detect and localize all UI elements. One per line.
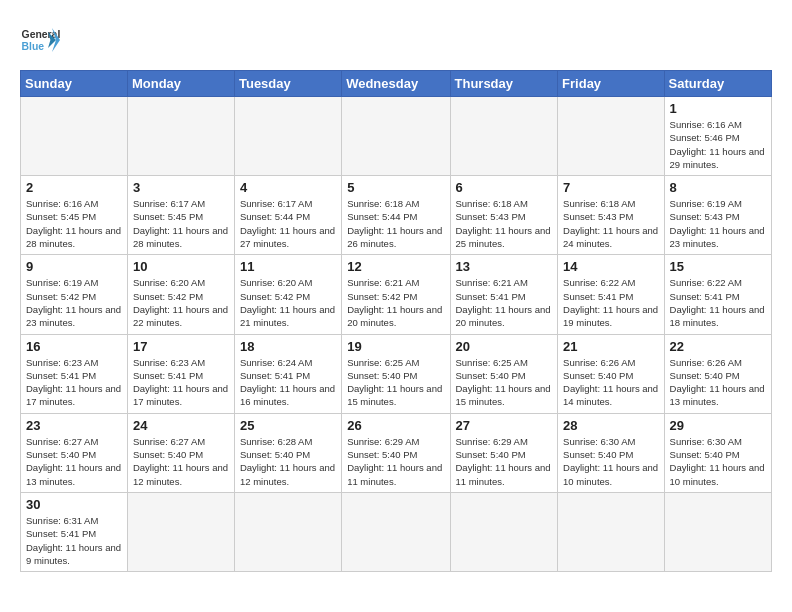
page-header: General Blue	[20, 20, 772, 60]
cell-info: Sunrise: 6:31 AMSunset: 5:41 PMDaylight:…	[26, 514, 122, 567]
calendar-cell-28: 28Sunrise: 6:30 AMSunset: 5:40 PMDayligh…	[558, 413, 664, 492]
calendar-cell-30: 30Sunrise: 6:31 AMSunset: 5:41 PMDayligh…	[21, 492, 128, 571]
day-header-sunday: Sunday	[21, 71, 128, 97]
day-number: 29	[670, 418, 766, 433]
day-number: 9	[26, 259, 122, 274]
day-number: 14	[563, 259, 658, 274]
calendar-cell-empty	[127, 492, 234, 571]
cell-info: Sunrise: 6:24 AMSunset: 5:41 PMDaylight:…	[240, 356, 336, 409]
cell-info: Sunrise: 6:17 AMSunset: 5:44 PMDaylight:…	[240, 197, 336, 250]
calendar-cell-29: 29Sunrise: 6:30 AMSunset: 5:40 PMDayligh…	[664, 413, 771, 492]
calendar-cell-empty	[450, 492, 558, 571]
cell-info: Sunrise: 6:22 AMSunset: 5:41 PMDaylight:…	[670, 276, 766, 329]
day-number: 12	[347, 259, 444, 274]
calendar-week-2: 2Sunrise: 6:16 AMSunset: 5:45 PMDaylight…	[21, 176, 772, 255]
calendar-cell-8: 8Sunrise: 6:19 AMSunset: 5:43 PMDaylight…	[664, 176, 771, 255]
svg-text:Blue: Blue	[22, 41, 45, 52]
calendar-cell-24: 24Sunrise: 6:27 AMSunset: 5:40 PMDayligh…	[127, 413, 234, 492]
day-number: 2	[26, 180, 122, 195]
cell-info: Sunrise: 6:25 AMSunset: 5:40 PMDaylight:…	[347, 356, 444, 409]
calendar-cell-1: 1Sunrise: 6:16 AMSunset: 5:46 PMDaylight…	[664, 97, 771, 176]
calendar-cell-22: 22Sunrise: 6:26 AMSunset: 5:40 PMDayligh…	[664, 334, 771, 413]
cell-info: Sunrise: 6:29 AMSunset: 5:40 PMDaylight:…	[347, 435, 444, 488]
day-number: 19	[347, 339, 444, 354]
day-header-friday: Friday	[558, 71, 664, 97]
calendar-cell-25: 25Sunrise: 6:28 AMSunset: 5:40 PMDayligh…	[234, 413, 341, 492]
day-header-tuesday: Tuesday	[234, 71, 341, 97]
logo-icon: General Blue	[20, 20, 60, 60]
calendar-cell-empty	[342, 97, 450, 176]
cell-info: Sunrise: 6:26 AMSunset: 5:40 PMDaylight:…	[670, 356, 766, 409]
calendar-cell-4: 4Sunrise: 6:17 AMSunset: 5:44 PMDaylight…	[234, 176, 341, 255]
calendar-cell-6: 6Sunrise: 6:18 AMSunset: 5:43 PMDaylight…	[450, 176, 558, 255]
day-header-thursday: Thursday	[450, 71, 558, 97]
calendar-cell-7: 7Sunrise: 6:18 AMSunset: 5:43 PMDaylight…	[558, 176, 664, 255]
cell-info: Sunrise: 6:27 AMSunset: 5:40 PMDaylight:…	[133, 435, 229, 488]
day-number: 17	[133, 339, 229, 354]
day-number: 6	[456, 180, 553, 195]
cell-info: Sunrise: 6:22 AMSunset: 5:41 PMDaylight:…	[563, 276, 658, 329]
day-number: 18	[240, 339, 336, 354]
day-number: 24	[133, 418, 229, 433]
calendar-cell-27: 27Sunrise: 6:29 AMSunset: 5:40 PMDayligh…	[450, 413, 558, 492]
day-number: 8	[670, 180, 766, 195]
cell-info: Sunrise: 6:18 AMSunset: 5:43 PMDaylight:…	[563, 197, 658, 250]
calendar-table: SundayMondayTuesdayWednesdayThursdayFrid…	[20, 70, 772, 572]
day-number: 11	[240, 259, 336, 274]
day-header-wednesday: Wednesday	[342, 71, 450, 97]
cell-info: Sunrise: 6:18 AMSunset: 5:44 PMDaylight:…	[347, 197, 444, 250]
calendar-cell-empty	[558, 492, 664, 571]
day-number: 25	[240, 418, 336, 433]
day-number: 3	[133, 180, 229, 195]
calendar-cell-18: 18Sunrise: 6:24 AMSunset: 5:41 PMDayligh…	[234, 334, 341, 413]
calendar-cell-empty	[342, 492, 450, 571]
calendar-cell-empty	[450, 97, 558, 176]
calendar-header-row: SundayMondayTuesdayWednesdayThursdayFrid…	[21, 71, 772, 97]
cell-info: Sunrise: 6:23 AMSunset: 5:41 PMDaylight:…	[26, 356, 122, 409]
calendar-cell-9: 9Sunrise: 6:19 AMSunset: 5:42 PMDaylight…	[21, 255, 128, 334]
calendar-week-5: 23Sunrise: 6:27 AMSunset: 5:40 PMDayligh…	[21, 413, 772, 492]
calendar-cell-empty	[21, 97, 128, 176]
day-header-saturday: Saturday	[664, 71, 771, 97]
day-number: 5	[347, 180, 444, 195]
day-number: 30	[26, 497, 122, 512]
day-number: 13	[456, 259, 553, 274]
day-number: 28	[563, 418, 658, 433]
calendar-cell-26: 26Sunrise: 6:29 AMSunset: 5:40 PMDayligh…	[342, 413, 450, 492]
day-number: 4	[240, 180, 336, 195]
calendar-cell-empty	[127, 97, 234, 176]
day-number: 21	[563, 339, 658, 354]
calendar-cell-23: 23Sunrise: 6:27 AMSunset: 5:40 PMDayligh…	[21, 413, 128, 492]
calendar-cell-15: 15Sunrise: 6:22 AMSunset: 5:41 PMDayligh…	[664, 255, 771, 334]
cell-info: Sunrise: 6:30 AMSunset: 5:40 PMDaylight:…	[563, 435, 658, 488]
day-number: 22	[670, 339, 766, 354]
calendar-cell-empty	[234, 492, 341, 571]
day-number: 15	[670, 259, 766, 274]
calendar-cell-3: 3Sunrise: 6:17 AMSunset: 5:45 PMDaylight…	[127, 176, 234, 255]
cell-info: Sunrise: 6:23 AMSunset: 5:41 PMDaylight:…	[133, 356, 229, 409]
cell-info: Sunrise: 6:20 AMSunset: 5:42 PMDaylight:…	[240, 276, 336, 329]
cell-info: Sunrise: 6:27 AMSunset: 5:40 PMDaylight:…	[26, 435, 122, 488]
cell-info: Sunrise: 6:26 AMSunset: 5:40 PMDaylight:…	[563, 356, 658, 409]
cell-info: Sunrise: 6:16 AMSunset: 5:46 PMDaylight:…	[670, 118, 766, 171]
calendar-cell-20: 20Sunrise: 6:25 AMSunset: 5:40 PMDayligh…	[450, 334, 558, 413]
day-number: 7	[563, 180, 658, 195]
logo: General Blue	[20, 20, 60, 60]
calendar-cell-17: 17Sunrise: 6:23 AMSunset: 5:41 PMDayligh…	[127, 334, 234, 413]
calendar-cell-14: 14Sunrise: 6:22 AMSunset: 5:41 PMDayligh…	[558, 255, 664, 334]
cell-info: Sunrise: 6:30 AMSunset: 5:40 PMDaylight:…	[670, 435, 766, 488]
day-number: 16	[26, 339, 122, 354]
cell-info: Sunrise: 6:28 AMSunset: 5:40 PMDaylight:…	[240, 435, 336, 488]
cell-info: Sunrise: 6:29 AMSunset: 5:40 PMDaylight:…	[456, 435, 553, 488]
calendar-cell-empty	[234, 97, 341, 176]
calendar-cell-16: 16Sunrise: 6:23 AMSunset: 5:41 PMDayligh…	[21, 334, 128, 413]
day-number: 27	[456, 418, 553, 433]
cell-info: Sunrise: 6:18 AMSunset: 5:43 PMDaylight:…	[456, 197, 553, 250]
calendar-cell-11: 11Sunrise: 6:20 AMSunset: 5:42 PMDayligh…	[234, 255, 341, 334]
cell-info: Sunrise: 6:19 AMSunset: 5:42 PMDaylight:…	[26, 276, 122, 329]
calendar-week-6: 30Sunrise: 6:31 AMSunset: 5:41 PMDayligh…	[21, 492, 772, 571]
cell-info: Sunrise: 6:17 AMSunset: 5:45 PMDaylight:…	[133, 197, 229, 250]
cell-info: Sunrise: 6:21 AMSunset: 5:41 PMDaylight:…	[456, 276, 553, 329]
calendar-cell-21: 21Sunrise: 6:26 AMSunset: 5:40 PMDayligh…	[558, 334, 664, 413]
calendar-cell-13: 13Sunrise: 6:21 AMSunset: 5:41 PMDayligh…	[450, 255, 558, 334]
